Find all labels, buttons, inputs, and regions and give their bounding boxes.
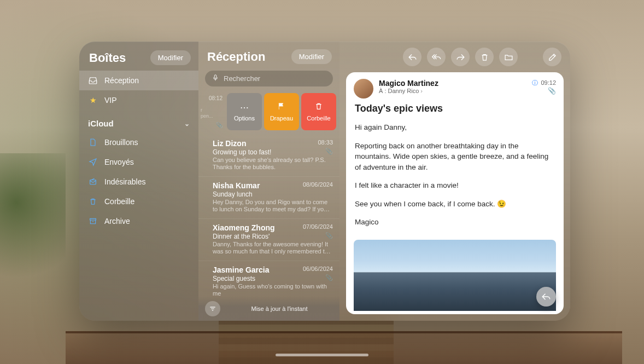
mail-window: Boîtes Modifier Réception ★ VIP iCloud ⌄… bbox=[79, 42, 570, 321]
message-attachment-image[interactable] bbox=[354, 240, 556, 311]
message-preview: Hi again, Guess who's coming to town wit… bbox=[213, 283, 332, 297]
sender-avatar[interactable] bbox=[354, 79, 373, 99]
junk-icon bbox=[88, 177, 98, 187]
body-paragraph: I felt like a character in a movie! bbox=[355, 180, 555, 191]
compose-button[interactable] bbox=[543, 48, 561, 66]
archive-icon bbox=[88, 216, 98, 226]
document-icon bbox=[88, 137, 98, 147]
peek-line: pen... bbox=[201, 113, 213, 119]
message-row[interactable]: Liz Dizon08:33📎Growing up too fast!Can y… bbox=[198, 135, 339, 176]
message-row[interactable]: Nisha Kumar08/06/2024Sunday lunchHey Dan… bbox=[198, 176, 339, 218]
star-icon: ★ bbox=[88, 95, 98, 105]
sidebar-item-label: Réception bbox=[104, 76, 139, 85]
body-paragraph: Reporting back on another breathtaking d… bbox=[355, 141, 555, 173]
attachment-icon: 📎 bbox=[216, 122, 223, 128]
sync-status: Mise à jour à l'instant bbox=[226, 305, 333, 312]
sidebar-item-label: Brouillons bbox=[104, 138, 138, 147]
list-footer: Mise à jour à l'instant bbox=[198, 297, 339, 321]
dictation-icon[interactable] bbox=[212, 74, 219, 83]
message-toolbar bbox=[339, 42, 570, 72]
swipe-options-button[interactable]: ⋯ Options bbox=[227, 93, 262, 130]
swipe-label: Options bbox=[234, 115, 255, 122]
sidebar-item-drafts[interactable]: Brouillons bbox=[79, 132, 198, 152]
message-time: 08:33 bbox=[318, 139, 333, 146]
message-time: 06/06/2024 bbox=[303, 265, 333, 272]
sidebar-item-vip[interactable]: ★ VIP bbox=[79, 90, 198, 110]
swipe-actions-row: 08:12 r pen... 📎 ⋯ Options Drapeau bbox=[198, 91, 339, 132]
svg-rect-1 bbox=[90, 218, 96, 220]
sidebar-item-label: Archive bbox=[104, 217, 130, 226]
message-subject: Growing up too fast! bbox=[213, 148, 332, 156]
message-subject: Today's epic views bbox=[346, 103, 564, 120]
message-subject: Dinner at the Ricos' bbox=[213, 233, 332, 240]
move-button[interactable] bbox=[499, 48, 518, 66]
inbox-icon bbox=[88, 76, 98, 85]
attachment-icon: 📎 bbox=[325, 148, 333, 155]
peek-line: r bbox=[201, 107, 202, 113]
sidebar-item-label: Corbeille bbox=[104, 197, 134, 206]
sidebar-title: Boîtes bbox=[89, 51, 126, 65]
message-subject: Special guests bbox=[213, 275, 332, 282]
sidebar-item-sent[interactable]: Envoyés bbox=[79, 152, 198, 172]
search-input[interactable] bbox=[224, 74, 326, 83]
reply-button[interactable] bbox=[403, 48, 421, 66]
home-indicator[interactable] bbox=[276, 354, 368, 356]
sidebar-edit-button[interactable]: Modifier bbox=[150, 50, 191, 65]
sidebar-item-label: VIP bbox=[104, 96, 117, 105]
message-list-pane: Réception Modifier 08:12 r pen... 📎 ⋯ Op… bbox=[198, 42, 339, 321]
message-preview: Can you believe she's already so tall? P… bbox=[213, 157, 332, 171]
chevron-right-icon: › bbox=[420, 88, 423, 94]
attachment-icon[interactable]: 📎 bbox=[532, 87, 556, 95]
swipe-label: Drapeau bbox=[270, 115, 293, 122]
message-subject: Sunday lunch bbox=[213, 190, 332, 198]
search-bar[interactable] bbox=[205, 71, 333, 86]
sidebar-item-inbox[interactable]: Réception bbox=[79, 71, 198, 90]
swiped-message-peek[interactable]: 08:12 r pen... 📎 bbox=[198, 91, 226, 132]
peek-time: 08:12 bbox=[209, 95, 223, 101]
sidebar-section-icloud[interactable]: iCloud ⌄ bbox=[79, 110, 198, 132]
message-time: 09:12 bbox=[541, 79, 556, 86]
ellipsis-icon: ⋯ bbox=[240, 102, 249, 113]
reader-pane: Magico Martinez À : Danny Rico › ⓘ 09:12… bbox=[339, 42, 570, 321]
body-paragraph: Hi again Danny, bbox=[355, 122, 555, 133]
section-label: iCloud bbox=[88, 119, 114, 128]
body-signoff: Magico bbox=[355, 217, 555, 228]
message-sender: Liz Dizon bbox=[213, 139, 332, 148]
reply-all-button[interactable] bbox=[427, 48, 446, 66]
flag-icon bbox=[277, 102, 286, 113]
sidebar-item-label: Envoyés bbox=[104, 158, 134, 166]
cloud-download-icon[interactable]: ⓘ bbox=[532, 79, 537, 86]
svg-rect-0 bbox=[90, 180, 96, 184]
swipe-flag-button[interactable]: Drapeau bbox=[264, 93, 299, 130]
svg-rect-2 bbox=[214, 75, 216, 78]
message-list[interactable]: Liz Dizon08:33📎Growing up too fast!Can y… bbox=[198, 135, 339, 321]
body-paragraph: See you when I come back, if I come back… bbox=[355, 199, 555, 210]
from-name[interactable]: Magico Martinez bbox=[379, 79, 438, 88]
delete-button[interactable] bbox=[475, 48, 494, 66]
message-time: 07/06/2024 bbox=[303, 223, 333, 230]
paperplane-icon bbox=[88, 157, 98, 167]
attachment-icon: 📎 bbox=[325, 274, 333, 281]
trash-icon bbox=[88, 197, 98, 206]
message-preview: Danny, Thanks for the awesome evening! I… bbox=[213, 241, 332, 255]
trash-icon bbox=[314, 102, 323, 113]
message-time: 08/06/2024 bbox=[303, 181, 333, 188]
swipe-trash-button[interactable]: Corbeille bbox=[301, 93, 336, 130]
sidebar-item-trash[interactable]: Corbeille bbox=[79, 192, 198, 211]
sidebar-item-junk[interactable]: Indésirables bbox=[79, 172, 198, 192]
filter-button[interactable] bbox=[205, 301, 220, 316]
message-row[interactable]: Xiaomeng Zhong07/06/2024📎Dinner at the R… bbox=[198, 218, 339, 261]
attachment-icon: 📎 bbox=[325, 232, 333, 239]
message-preview: Hey Danny, Do you and Rigo want to come … bbox=[213, 199, 332, 213]
list-edit-button[interactable]: Modifier bbox=[291, 49, 332, 64]
to-label: À : bbox=[379, 88, 386, 94]
sidebar-item-label: Indésirables bbox=[104, 177, 146, 186]
to-name: Danny Rico bbox=[388, 88, 419, 94]
message-reader: Magico Martinez À : Danny Rico › ⓘ 09:12… bbox=[346, 72, 564, 314]
forward-button[interactable] bbox=[451, 48, 470, 66]
sidebar-item-archive[interactable]: Archive bbox=[79, 211, 198, 231]
to-line[interactable]: À : Danny Rico › bbox=[379, 88, 438, 94]
mailboxes-sidebar: Boîtes Modifier Réception ★ VIP iCloud ⌄… bbox=[79, 42, 198, 321]
quick-reply-button[interactable] bbox=[536, 287, 556, 307]
chevron-down-icon: ⌄ bbox=[184, 120, 190, 128]
